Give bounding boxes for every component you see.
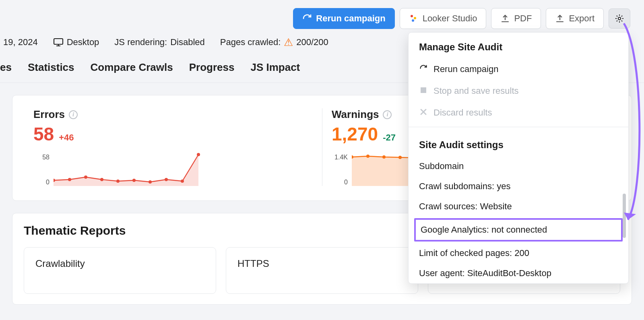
svg-point-18 [398, 156, 402, 159]
upload-icon [555, 14, 565, 23]
svg-point-6 [68, 178, 71, 181]
menuitem-label: Stop and save results [433, 86, 519, 96]
report-tile-label: Crawlability [35, 258, 85, 269]
warnings-label: Warnings [332, 108, 379, 121]
refresh-icon [419, 64, 428, 74]
pages-crawled-val: 200/200 [296, 37, 328, 47]
setting-crawl-subdomains[interactable]: Crawl subdomains: yes [409, 176, 628, 196]
warning-triangle-icon: ⚠ [284, 37, 293, 47]
export-button[interactable]: Export [546, 8, 604, 29]
y-tick: 1.4K [332, 154, 348, 161]
setting-crawl-sources[interactable]: Crawl sources: Website [409, 196, 628, 217]
setting-google-analytics-label: Google Analytics: not connected [421, 225, 547, 235]
tab-statistics[interactable]: Statistics [28, 61, 74, 74]
svg-point-11 [149, 180, 152, 184]
tab-compare-crawls[interactable]: Compare Crawls [91, 61, 173, 74]
stop-icon [419, 87, 428, 96]
setting-user-agent[interactable]: User agent: SiteAuditBot-Desktop [409, 263, 628, 283]
info-icon[interactable]: i [383, 110, 392, 119]
gear-icon [615, 14, 624, 23]
report-tile-crawlability[interactable]: Crawlability [24, 247, 216, 294]
svg-rect-25 [421, 87, 426, 93]
looker-studio-label: Looker Studio [423, 13, 477, 24]
status-device-label: Desktop [67, 37, 99, 47]
menuitem-label: Discard results [433, 107, 492, 118]
svg-point-9 [116, 180, 120, 183]
rerun-campaign-label: Rerun campaign [316, 13, 385, 24]
svg-point-7 [84, 175, 87, 179]
menuitem-stop-save: Stop and save results [409, 80, 628, 102]
tab-progress[interactable]: Progress [189, 61, 235, 74]
status-device: Desktop [53, 37, 99, 47]
setting-google-analytics-highlight[interactable]: Google Analytics: not connected [414, 218, 623, 242]
svg-point-3 [618, 17, 621, 20]
errors-sparkline [54, 152, 206, 186]
tab-es-partial[interactable]: es [0, 61, 12, 74]
refresh-icon [302, 14, 312, 23]
svg-point-10 [132, 179, 136, 182]
menuitem-label: Rerun campaign [433, 64, 498, 74]
upload-icon [500, 14, 510, 23]
status-pages-crawled: Pages crawled: ⚠ 200/200 [220, 37, 328, 47]
settings-header-manage: Manage Site Audit [409, 33, 628, 58]
settings-dropdown-panel: Manage Site Audit Rerun campaign Stop an… [408, 32, 629, 284]
close-icon [419, 108, 428, 118]
y-tick: 58 [33, 154, 50, 161]
setting-limit-checked-pages[interactable]: Limit of checked pages: 200 [409, 243, 628, 263]
svg-point-14 [197, 153, 200, 156]
errors-label-row: Errors i [33, 108, 312, 121]
errors-delta: +46 [59, 132, 74, 143]
js-rendering-key: JS rendering: [114, 37, 167, 47]
tab-js-impact[interactable]: JS Impact [250, 61, 300, 74]
errors-y-axis: 58 0 [33, 154, 50, 186]
export-label: Export [569, 13, 594, 24]
top-toolbar: Rerun campaign Looker Studio PDF Export [0, 0, 644, 34]
status-js-rendering: JS rendering: Disabled [114, 37, 204, 47]
warnings-value: 1,270 [332, 123, 378, 145]
settings-header-settings: Site Audit settings [409, 130, 628, 156]
svg-point-17 [382, 155, 386, 159]
report-tile-label: HTTPS [237, 258, 269, 269]
info-icon[interactable]: i [69, 110, 78, 119]
errors-label: Errors [33, 108, 65, 121]
status-date: 19, 2024 [3, 37, 38, 47]
pdf-label: PDF [514, 13, 532, 24]
pages-crawled-key: Pages crawled: [220, 37, 281, 47]
looker-studio-icon [409, 14, 419, 23]
desktop-icon [53, 38, 64, 47]
divider [409, 127, 628, 127]
menuitem-discard: Discard results [409, 102, 628, 124]
svg-point-0 [411, 15, 413, 17]
svg-point-16 [366, 155, 369, 158]
warnings-y-axis: 1.4K 0 [332, 154, 348, 186]
rerun-campaign-button[interactable]: Rerun campaign [293, 8, 394, 29]
setting-subdomain[interactable]: Subdomain [409, 156, 628, 176]
scrollbar[interactable] [623, 194, 626, 238]
errors-column: Errors i 58 +46 58 0 [24, 108, 322, 186]
report-tile-https[interactable]: HTTPS [226, 247, 418, 294]
js-rendering-val: Disabled [170, 37, 205, 47]
svg-point-2 [412, 19, 414, 22]
y-tick: 0 [33, 179, 50, 186]
svg-point-12 [165, 178, 168, 181]
menuitem-rerun-campaign[interactable]: Rerun campaign [409, 58, 628, 80]
svg-rect-4 [54, 39, 63, 44]
svg-point-13 [181, 180, 184, 183]
errors-value-row: 58 +46 [33, 123, 312, 145]
y-tick: 0 [332, 179, 348, 186]
errors-value: 58 [33, 123, 54, 145]
settings-gear-button[interactable] [609, 8, 630, 29]
errors-mini-chart: 58 0 [33, 152, 312, 186]
svg-point-1 [414, 17, 416, 19]
pdf-button[interactable]: PDF [491, 8, 541, 29]
warnings-delta: -27 [383, 132, 396, 143]
looker-studio-button[interactable]: Looker Studio [400, 8, 487, 29]
svg-point-8 [100, 178, 103, 181]
